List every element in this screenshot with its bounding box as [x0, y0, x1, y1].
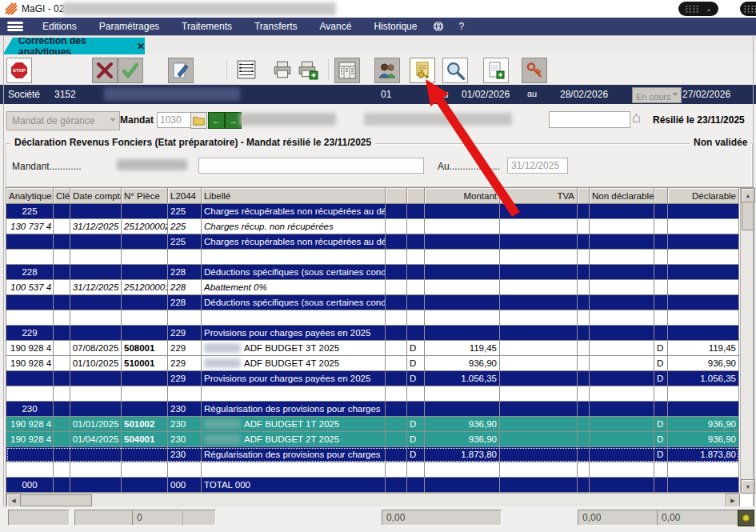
column-header-date[interactable]: Date compta — [70, 188, 122, 204]
column-header-piece[interactable]: N° Pièce — [122, 188, 168, 204]
cell-dc — [407, 310, 425, 326]
next-mandat-button[interactable]: → — [225, 112, 242, 129]
os-overlay-widget[interactable]: ⌄ — [678, 2, 718, 16]
totals-footer: 0 0,00 0,00 0,00 — [0, 506, 756, 532]
menu-help[interactable]: ? — [450, 21, 472, 32]
column-header-montant[interactable]: Montant — [425, 188, 500, 204]
column-header-dc[interactable] — [407, 188, 425, 204]
table-row[interactable]: 228Déductions spécifiques (sous certaine… — [6, 295, 739, 310]
previous-mandat-button[interactable]: ← — [208, 112, 225, 129]
stop-button[interactable]: STOP — [6, 58, 32, 83]
table-row[interactable]: 190 928 407/08/2025508001229ADF BUDGET 3… — [6, 341, 739, 356]
scroll-left-icon[interactable]: ◀ — [6, 494, 21, 507]
open-folder-button[interactable] — [190, 112, 207, 129]
account-grid-button[interactable] — [334, 58, 360, 83]
mandat-type-dropdown[interactable]: Mandat de gérance — [6, 111, 120, 130]
print-export-button[interactable] — [296, 58, 320, 82]
table-row[interactable]: 228228Déductions spécifiques (sous certa… — [6, 265, 739, 280]
table-row[interactable]: 190 928 401/10/2025510001229ADF BUDGET 4… — [6, 356, 739, 371]
table-row[interactable]: 130 737 431/12/2025251200002225Charges r… — [6, 219, 739, 234]
mandat-number-input[interactable]: 1030 — [157, 112, 194, 128]
vertical-scrollbar[interactable]: ▲ ▼ — [740, 188, 754, 493]
line-list-button[interactable] — [234, 58, 258, 82]
menu-transferts[interactable]: Transferts — [243, 21, 309, 32]
cell-piece — [122, 371, 168, 386]
search-button[interactable] — [442, 58, 468, 83]
column-header-nondecl[interactable]: Non déclarable — [590, 188, 654, 204]
table-row[interactable]: 000000TOTAL 000 — [6, 478, 739, 493]
access-keys-button[interactable] — [522, 58, 547, 83]
menu-editions[interactable]: Editions — [31, 21, 88, 32]
edit-button[interactable] — [168, 58, 194, 83]
horizontal-scrollbar[interactable]: ◀ ▶ — [6, 493, 739, 506]
exercise-state-dropdown[interactable]: En cours — [632, 87, 682, 103]
cancel-button[interactable] — [92, 58, 118, 83]
print-button[interactable] — [270, 58, 294, 82]
tab-correction-des-analytiques[interactable]: Correction des analytiques ✕ — [2, 38, 145, 55]
cell-dc2 — [654, 478, 668, 493]
table-row[interactable]: 229Provisions pour charges payées en 202… — [6, 371, 739, 386]
menu-traitements[interactable]: Traitements — [170, 21, 243, 32]
cell-decl — [668, 386, 739, 402]
cell-dc — [407, 402, 425, 417]
globe-icon[interactable] — [433, 21, 444, 32]
home-icon[interactable]: ⌂ — [632, 109, 641, 126]
column-header-dc2[interactable] — [654, 188, 668, 204]
table-row[interactable]: 190 928 401/04/2025504001230ADF BUDGET 2… — [6, 432, 739, 447]
cell-nondecl — [590, 265, 654, 280]
third-parties-button[interactable] — [374, 58, 400, 83]
tab-close-icon[interactable]: ✕ — [137, 41, 145, 52]
mandant-input[interactable] — [198, 158, 424, 174]
cell-decl — [668, 234, 739, 250]
table-row[interactable]: 225225Charges récupérables non récupérée… — [6, 204, 739, 219]
cell-tva — [500, 295, 578, 310]
column-header-cle[interactable]: Clé — [54, 188, 70, 204]
column-header-na[interactable] — [386, 188, 407, 204]
menu-avance[interactable]: Avancé — [309, 21, 363, 32]
cell-na — [386, 356, 407, 371]
mandat-search-input[interactable] — [549, 111, 630, 128]
exercise-state-value: En cours — [636, 92, 670, 102]
column-header-analytique[interactable]: Analytique — [6, 188, 54, 204]
export-document-button[interactable] — [483, 58, 509, 83]
regenerate-document-button[interactable] — [410, 58, 435, 83]
table-row[interactable]: 230Régularisation des provisions pour ch… — [6, 447, 739, 462]
table-row[interactable] — [6, 462, 739, 478]
cell-cle — [54, 310, 70, 326]
chevron-down-icon: ⌄ — [706, 5, 712, 13]
cell-analytique — [6, 462, 54, 478]
cell-analytique: 230 — [6, 402, 54, 417]
declaration-au-date-input[interactable]: 31/12/2025 — [507, 158, 568, 174]
cell-nb — [578, 280, 590, 295]
os-overlay-widget-2[interactable] — [740, 2, 756, 16]
cell-na — [386, 386, 407, 402]
cell-piece: 504001 — [122, 432, 168, 447]
hamburger-menu-icon[interactable] — [7, 22, 23, 31]
scroll-right-icon[interactable]: ▶ — [726, 494, 740, 507]
menu-parametrages[interactable]: Paramétrages — [88, 21, 170, 32]
table-row[interactable]: 229229Provisions pour charges payées en … — [6, 326, 739, 341]
table-row[interactable]: 100 537 431/12/2025251200001228Abattemen… — [6, 280, 739, 295]
footer-settings-button[interactable] — [738, 510, 754, 526]
cell-nb — [578, 250, 590, 265]
cell-libelle: Provisions pour charges payées en 2025 — [202, 371, 386, 386]
table-row[interactable]: 230230Régularisation des provisions pour… — [6, 402, 739, 417]
column-header-decl[interactable]: Déclarable — [668, 188, 739, 204]
period-start-date: 01/02/2026 — [462, 89, 510, 100]
column-header-tva[interactable]: TVA — [500, 188, 578, 204]
drag-dots-icon — [743, 5, 756, 13]
table-row[interactable] — [6, 310, 739, 326]
period-end-date: 28/02/2026 — [560, 89, 608, 100]
column-header-l2044[interactable]: L2044 — [168, 188, 202, 204]
cell-tva — [500, 326, 578, 341]
horizontal-scroll-thumb[interactable] — [20, 494, 92, 506]
menu-historique[interactable]: Historique — [362, 21, 428, 32]
column-header-nb[interactable] — [578, 188, 590, 204]
column-header-libelle[interactable]: Libellé — [202, 188, 386, 204]
cell-na — [386, 478, 407, 493]
table-row[interactable] — [6, 250, 739, 265]
validate-button[interactable] — [118, 58, 143, 83]
table-row[interactable]: 225Charges récupérables non récupérées a… — [6, 234, 739, 250]
table-row[interactable]: 190 928 401/01/2025501002230ADF BUDGET 1… — [6, 417, 739, 432]
table-row[interactable] — [6, 386, 739, 402]
